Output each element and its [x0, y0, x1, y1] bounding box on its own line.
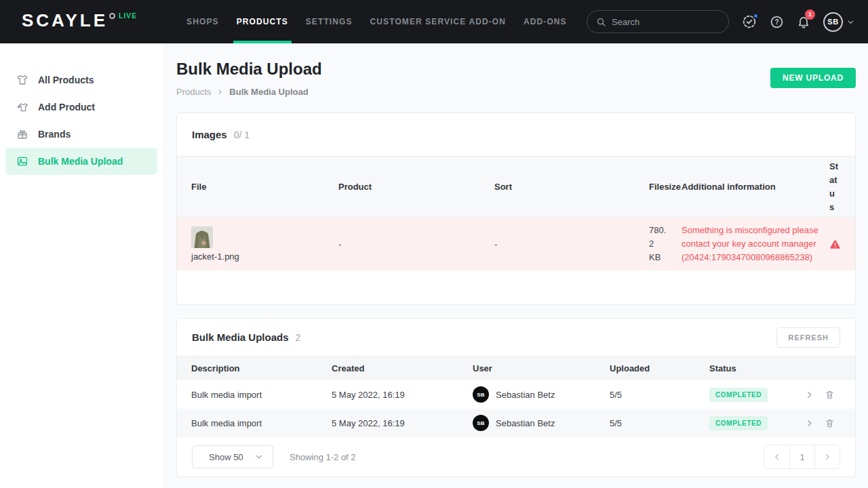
upload-created: 5 May 2022, 16:19: [332, 390, 473, 400]
status-badge: COMPLETED: [709, 416, 768, 430]
chevron-down-icon: [847, 18, 854, 26]
table-footer: Show 50 Showing 1-2 of 2 1: [177, 437, 855, 476]
page-number-button[interactable]: 1: [789, 445, 814, 468]
images-count: 0/ 1: [234, 129, 250, 140]
search-input[interactable]: [612, 17, 719, 27]
upload-description: Bulk media import: [191, 390, 332, 400]
avatar: SB: [823, 12, 843, 32]
status-badge: COMPLETED: [709, 388, 768, 402]
open-row-button[interactable]: [799, 390, 819, 399]
page-title: Bulk Media Upload: [176, 60, 322, 79]
user-avatar: SB: [473, 415, 489, 431]
gift-icon: [16, 128, 28, 140]
col-status: Status: [829, 160, 839, 214]
upload-progress: 5/5: [610, 390, 709, 400]
sidebar-item-all-products[interactable]: All Products: [0, 66, 163, 94]
pagination: 1: [764, 445, 840, 469]
col-additional-information: Additional information: [682, 182, 829, 192]
delete-row-button[interactable]: [819, 390, 840, 400]
chevron-down-icon: [255, 453, 263, 461]
global-search[interactable]: [587, 10, 729, 33]
chevron-left-icon: [773, 453, 781, 461]
sidebar-item-label: All Products: [38, 75, 94, 85]
refresh-button[interactable]: REFRESH: [776, 327, 840, 348]
chevron-right-icon: [217, 89, 223, 95]
images-card-title: Images: [192, 129, 227, 140]
sidebar: All Products Add Product Brands Bulk Med…: [0, 43, 163, 488]
trash-icon: [825, 418, 835, 428]
account-menu[interactable]: SB: [823, 12, 854, 32]
user-name: Sebastian Betz: [496, 418, 555, 428]
col-uploaded: Uploaded: [610, 363, 709, 373]
col-filesize: Filesize: [649, 182, 682, 192]
uploads-table-header: Description Created User Uploaded Status: [177, 357, 855, 380]
new-upload-button[interactable]: NEW UPLOAD: [770, 68, 856, 88]
showing-range-label: Showing 1-2 of 2: [290, 452, 356, 462]
svg-text:?: ?: [774, 18, 778, 26]
col-created: Created: [332, 363, 473, 373]
sidebar-item-brands[interactable]: Brands: [0, 121, 163, 148]
upload-created: 5 May 2022, 16:19: [332, 418, 473, 428]
trash-icon: [825, 390, 835, 400]
notification-count-badge: 1: [805, 9, 815, 20]
warning-triangle-icon: [829, 239, 841, 250]
nav-add-ons[interactable]: ADD-ONS: [515, 0, 576, 43]
image-product-value: -: [338, 239, 494, 249]
notifications-button[interactable]: 1: [797, 15, 810, 29]
delete-row-button[interactable]: [819, 418, 840, 428]
prev-page-button[interactable]: [764, 445, 789, 468]
sidebar-item-add-product[interactable]: Add Product: [0, 94, 163, 121]
chevron-right-icon: [805, 390, 814, 399]
col-sort: Sort: [494, 182, 649, 192]
image-filename: jacket-1.png: [191, 251, 338, 262]
col-status: Status: [709, 363, 799, 373]
page-size-select[interactable]: Show 50: [192, 445, 273, 468]
scayle-logo[interactable]: SCAYLE LIVE: [22, 0, 137, 43]
open-row-button[interactable]: [799, 419, 819, 428]
image-icon: [16, 155, 28, 167]
bulk-media-uploads-card: Bulk Media Uploads 2 REFRESH Description…: [176, 318, 856, 477]
next-page-button[interactable]: [814, 445, 840, 468]
top-bar: SCAYLE LIVE SHOPS PRODUCTS SETTINGS CUST…: [0, 0, 868, 43]
images-card: Images 0/ 1 File Product Sort Filesize A…: [176, 113, 856, 305]
sidebar-item-bulk-media-upload[interactable]: Bulk Media Upload: [5, 148, 157, 175]
live-badge: LIVE: [119, 12, 137, 20]
uploads-card-title: Bulk Media Uploads: [192, 331, 289, 343]
breadcrumb-current: Bulk Media Upload: [229, 87, 308, 97]
col-description: Description: [191, 363, 332, 373]
image-error-row: jacket-1.png - - 780.2 KB Something is m…: [177, 218, 855, 270]
nav-settings[interactable]: SETTINGS: [297, 0, 361, 43]
release-status-button[interactable]: [742, 14, 757, 29]
breadcrumb: Products Bulk Media Upload: [176, 87, 322, 97]
nav-customer-service-add-on[interactable]: CUSTOMER SERVICE ADD-ON: [361, 0, 515, 43]
upload-row[interactable]: Bulk media import 5 May 2022, 16:19 SB S…: [177, 380, 855, 409]
breadcrumb-products[interactable]: Products: [176, 87, 211, 97]
nav-products[interactable]: PRODUCTS: [228, 0, 297, 43]
sidebar-item-label: Brands: [38, 129, 71, 140]
col-product: Product: [338, 182, 494, 192]
images-table-header: File Product Sort Filesize Additional in…: [177, 157, 855, 218]
upload-row[interactable]: Bulk media import 5 May 2022, 16:19 SB S…: [177, 409, 855, 437]
user-name: Sebastian Betz: [496, 390, 555, 400]
uploads-count: 2: [296, 332, 301, 343]
help-button[interactable]: ?: [770, 15, 784, 29]
shirt-add-icon: [16, 101, 28, 113]
col-user: User: [473, 363, 610, 373]
search-icon: [596, 17, 606, 27]
sidebar-item-label: Bulk Media Upload: [38, 156, 123, 167]
col-file: File: [191, 182, 338, 192]
image-sort-value: -: [494, 239, 649, 249]
user-avatar: SB: [473, 386, 489, 403]
sidebar-item-label: Add Product: [38, 102, 95, 113]
nav-shops[interactable]: SHOPS: [178, 0, 228, 43]
upload-description: Bulk media import: [191, 418, 332, 428]
chevron-right-icon: [805, 419, 814, 428]
image-error-message: Something is misconfigured please contac…: [682, 224, 829, 264]
jacket-thumbnail[interactable]: [191, 226, 213, 248]
shirt-icon: [16, 74, 28, 86]
image-filesize-value: 780.2 KB: [649, 224, 668, 264]
chevron-right-icon: [823, 453, 831, 461]
dial-icon: [109, 13, 115, 19]
notification-dot: [753, 13, 759, 19]
top-navigation: SHOPS PRODUCTS SETTINGS CUSTOMER SERVICE…: [178, 0, 576, 43]
